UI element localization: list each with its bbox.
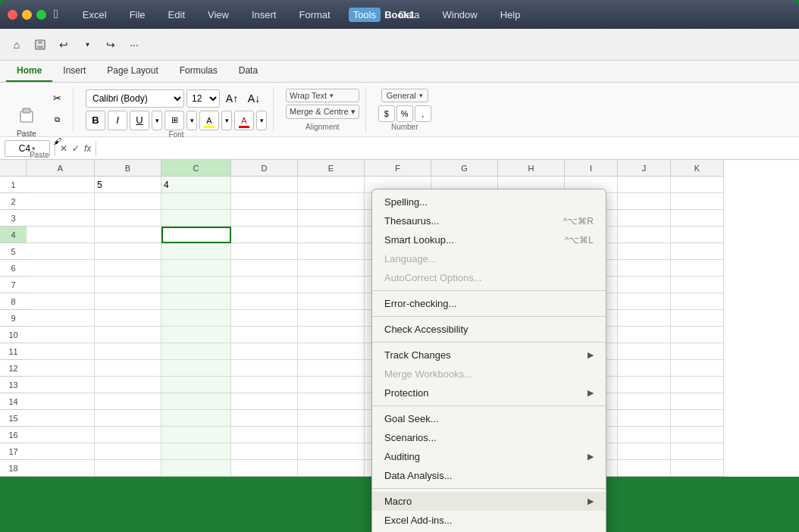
- cell[interactable]: [231, 277, 298, 293]
- cell[interactable]: [27, 393, 95, 410]
- maximize-button[interactable]: [36, 10, 46, 20]
- cell[interactable]: [231, 227, 298, 243]
- cell[interactable]: [298, 310, 365, 327]
- undo-dropdown-icon[interactable]: ▾: [77, 34, 98, 55]
- number-format-dropdown[interactable]: ▾: [419, 92, 423, 99]
- italic-button[interactable]: I: [108, 111, 127, 130]
- cell[interactable]: [671, 327, 724, 343]
- menu-tools[interactable]: Tools: [349, 8, 381, 22]
- cell[interactable]: [671, 393, 724, 410]
- col-header-d[interactable]: D: [231, 160, 298, 177]
- merge-center-button[interactable]: Merge & Centre ▾: [286, 105, 359, 119]
- menu-help[interactable]: Help: [496, 8, 525, 22]
- row-header-1[interactable]: 1: [0, 177, 27, 193]
- undo-icon[interactable]: ↩: [53, 34, 74, 55]
- cell[interactable]: [27, 360, 95, 377]
- cell[interactable]: [671, 260, 724, 277]
- cell[interactable]: [27, 193, 95, 210]
- borders-dropdown[interactable]: ▾: [186, 111, 197, 130]
- cell[interactable]: [671, 243, 724, 260]
- cell[interactable]: [671, 377, 724, 393]
- underline-button[interactable]: U: [130, 111, 149, 130]
- cell[interactable]: [298, 243, 365, 260]
- cell[interactable]: [161, 327, 231, 343]
- cell[interactable]: [95, 410, 161, 427]
- copy-button[interactable]: ⧉: [47, 110, 67, 130]
- col-header-e[interactable]: E: [298, 160, 365, 177]
- cell[interactable]: [231, 327, 298, 343]
- cell[interactable]: [231, 410, 298, 427]
- cell[interactable]: [671, 443, 724, 460]
- cell[interactable]: [161, 460, 231, 477]
- cell[interactable]: [95, 393, 161, 410]
- cell[interactable]: [231, 360, 298, 377]
- cell[interactable]: [27, 277, 95, 293]
- cell[interactable]: [27, 410, 95, 427]
- cell[interactable]: [618, 260, 671, 277]
- menu-item-dataanalysis[interactable]: Data Analysis...: [372, 466, 606, 485]
- cell[interactable]: 5: [95, 177, 161, 193]
- cell[interactable]: [231, 293, 298, 310]
- cell[interactable]: [298, 427, 365, 443]
- menu-excel[interactable]: Excel: [78, 8, 111, 22]
- cell[interactable]: [161, 360, 231, 377]
- tab-formulas[interactable]: Formulas: [169, 61, 228, 82]
- percent-button[interactable]: %: [396, 105, 413, 122]
- menu-file[interactable]: File: [125, 8, 150, 22]
- tools-menu[interactable]: Spelling... Thesaurus... ^⌥⌘R Smart Look…: [371, 189, 606, 532]
- cell[interactable]: [161, 377, 231, 393]
- cell[interactable]: [298, 177, 365, 193]
- cell[interactable]: [298, 410, 365, 427]
- cell[interactable]: [671, 193, 724, 210]
- cell[interactable]: [618, 460, 671, 477]
- row-header-14[interactable]: 14: [0, 393, 27, 410]
- cell[interactable]: [95, 227, 161, 243]
- cell[interactable]: [27, 243, 95, 260]
- menu-item-scenarios[interactable]: Scenarios...: [372, 428, 606, 447]
- cell[interactable]: [95, 210, 161, 227]
- cell[interactable]: [161, 443, 231, 460]
- cell[interactable]: [27, 293, 95, 310]
- menu-item-thesaurus[interactable]: Thesaurus... ^⌥⌘R: [372, 211, 606, 230]
- cell[interactable]: [618, 210, 671, 227]
- cell[interactable]: [298, 193, 365, 210]
- cell[interactable]: [231, 393, 298, 410]
- currency-button[interactable]: $: [378, 105, 395, 122]
- cell[interactable]: [671, 227, 724, 243]
- cell[interactable]: [27, 327, 95, 343]
- cell[interactable]: [161, 260, 231, 277]
- row-header-16[interactable]: 16: [0, 427, 27, 443]
- cell[interactable]: [298, 227, 365, 243]
- row-header-7[interactable]: 7: [0, 277, 27, 293]
- cell[interactable]: [161, 227, 231, 243]
- cell[interactable]: [618, 177, 671, 193]
- col-header-h[interactable]: H: [498, 160, 565, 177]
- insert-function-icon[interactable]: fx: [84, 143, 91, 154]
- cell[interactable]: [671, 310, 724, 327]
- row-header-8[interactable]: 8: [0, 293, 27, 310]
- cell[interactable]: [298, 293, 365, 310]
- cell[interactable]: [298, 443, 365, 460]
- cell[interactable]: [27, 443, 95, 460]
- cell[interactable]: [671, 277, 724, 293]
- underline-dropdown[interactable]: ▾: [152, 111, 162, 130]
- decrease-font-button[interactable]: A↓: [244, 89, 264, 108]
- col-header-i[interactable]: I: [565, 160, 618, 177]
- cell[interactable]: [95, 427, 161, 443]
- cell[interactable]: 4: [161, 177, 231, 193]
- cell[interactable]: [95, 260, 161, 277]
- cell[interactable]: [231, 460, 298, 477]
- cell[interactable]: [298, 277, 365, 293]
- tab-data[interactable]: Data: [228, 61, 268, 82]
- row-header-11[interactable]: 11: [0, 343, 27, 360]
- cell[interactable]: [161, 410, 231, 427]
- borders-button[interactable]: ⊞: [164, 111, 184, 130]
- col-header-c[interactable]: C: [161, 160, 231, 177]
- row-header-3[interactable]: 3: [0, 210, 27, 227]
- tab-insert[interactable]: Insert: [52, 61, 96, 82]
- cell[interactable]: [95, 443, 161, 460]
- cell[interactable]: [231, 310, 298, 327]
- menu-item-goalseek[interactable]: Goal Seek...: [372, 409, 606, 428]
- col-header-b[interactable]: B: [95, 160, 161, 177]
- cell[interactable]: [671, 293, 724, 310]
